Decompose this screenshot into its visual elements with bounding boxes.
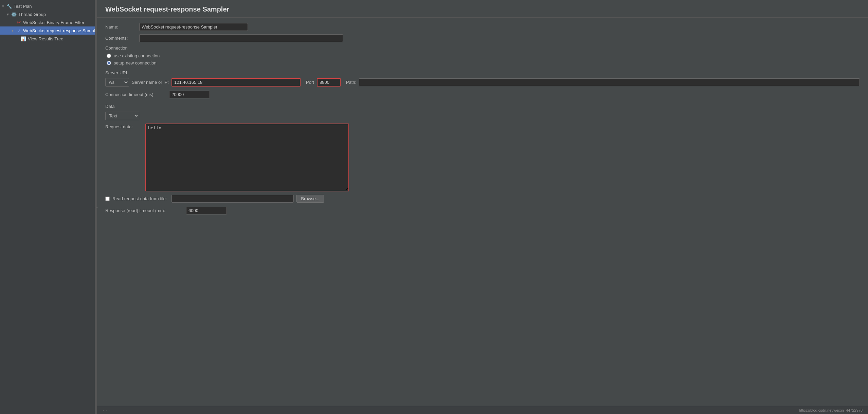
data-type-select[interactable]: Text Binary	[105, 112, 139, 120]
tree-arrow-test-plan: ▼	[1, 4, 6, 8]
sidebar-item-view-results[interactable]: ▶ 📊 View Results Tree	[0, 35, 95, 43]
sidebar: ▼ 🔧 Test Plan ▼ ⚙️ Thread Group ▶ ✂ WebS…	[0, 0, 95, 414]
ws-sampler-icon: ↗	[16, 27, 22, 34]
browse-button[interactable]: Browse...	[296, 195, 324, 203]
name-label: Name:	[105, 24, 139, 30]
timeout-row: Connection timeout (ms):	[105, 91, 860, 98]
read-file-row: Read request data from file: Browse...	[105, 195, 860, 203]
ws-binary-icon: ✂	[16, 19, 22, 25]
radio-existing-row[interactable]: use existing connection	[107, 53, 860, 58]
tree-arrow-ws-binary: ▶	[11, 21, 16, 24]
read-file-label: Read request data from file:	[112, 196, 167, 201]
radio-existing[interactable]	[107, 54, 111, 58]
response-timeout-input[interactable]	[186, 207, 227, 214]
main-panel: WebSocket request-response Sampler Name:…	[97, 0, 868, 414]
tree-arrow-view-results: ▶	[16, 37, 20, 41]
sidebar-item-label-ws-binary: WebSocket Binary Frame Filter	[23, 20, 84, 25]
status-bar: ... https://blog.csdn.net/weixin_4472297…	[97, 406, 868, 414]
sidebar-item-label-test-plan: Test Plan	[14, 4, 32, 9]
server-ip-input[interactable]	[171, 78, 301, 87]
splitter-handle: ⋮	[94, 206, 98, 208]
response-timeout-row: Response (read) timeout (ms):	[105, 207, 860, 214]
request-data-textarea[interactable]: hello	[145, 124, 349, 191]
thread-group-icon: ⚙️	[11, 11, 17, 17]
sidebar-item-ws-sampler[interactable]: ▼ ↗ WebSocket request-response Sampler	[0, 26, 95, 35]
connection-radio-group: use existing connection setup new connec…	[105, 53, 860, 65]
read-file-input[interactable]	[171, 195, 294, 203]
comments-label: Comments:	[105, 36, 139, 41]
path-input[interactable]	[359, 78, 860, 86]
port-input[interactable]	[317, 78, 341, 87]
server-url-section-title: Server URL	[105, 70, 860, 75]
comments-input[interactable]	[139, 34, 343, 42]
tree-arrow-thread-group: ▼	[6, 13, 11, 16]
sidebar-item-label-thread-group: Thread Group	[18, 12, 46, 17]
radio-new[interactable]	[107, 61, 111, 65]
view-results-icon: 📊	[20, 36, 26, 42]
sidebar-item-label-ws-sampler: WebSocket request-response Sampler	[23, 28, 95, 33]
request-data-label: Request data:	[105, 124, 143, 129]
comments-row: Comments:	[105, 34, 860, 42]
radio-existing-label: use existing connection	[114, 53, 160, 58]
panel-content: Name: Comments: Connection use existing …	[97, 18, 868, 406]
sidebar-item-test-plan[interactable]: ▼ 🔧 Test Plan	[0, 2, 95, 10]
name-row: Name:	[105, 23, 860, 31]
path-label: Path:	[346, 80, 356, 85]
test-plan-icon: 🔧	[6, 3, 12, 9]
status-url: https://blog.csdn.net/weixin_44722978	[799, 408, 863, 412]
read-file-checkbox[interactable]	[105, 196, 110, 201]
name-input[interactable]	[139, 23, 248, 31]
status-dots: ...	[103, 406, 111, 412]
radio-new-label: setup new connection	[114, 60, 157, 65]
panel-splitter[interactable]: ⋮	[95, 0, 97, 414]
connection-section-title: Connection	[105, 45, 860, 51]
connection-timeout-input[interactable]	[169, 91, 210, 98]
server-name-label: Server name or IP:	[132, 80, 169, 85]
page-title: WebSocket request-response Sampler	[97, 0, 868, 18]
request-data-row: Request data: hello	[105, 124, 860, 191]
sidebar-item-ws-binary[interactable]: ▶ ✂ WebSocket Binary Frame Filter	[0, 18, 95, 26]
sidebar-item-thread-group[interactable]: ▼ ⚙️ Thread Group	[0, 10, 95, 18]
tree-arrow-ws-sampler: ▼	[11, 29, 16, 33]
radio-new-row[interactable]: setup new connection	[107, 60, 860, 65]
data-section-title: Data	[105, 104, 860, 109]
response-timeout-label: Response (read) timeout (ms):	[105, 208, 183, 213]
connection-timeout-label: Connection timeout (ms):	[105, 92, 166, 97]
ws-protocol-select[interactable]: ws wss	[105, 78, 129, 87]
port-label: Port	[306, 80, 314, 85]
sidebar-item-label-view-results: View Results Tree	[28, 36, 64, 41]
server-url-row: ws wss Server name or IP: Port Path:	[105, 78, 860, 87]
